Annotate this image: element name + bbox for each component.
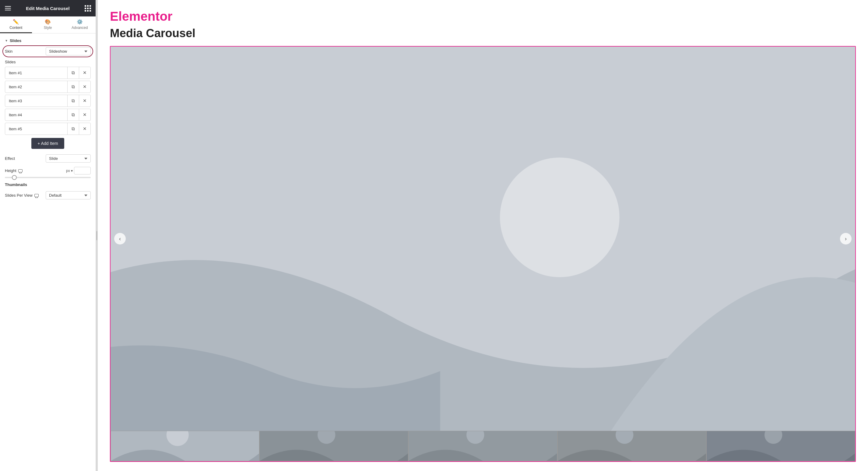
spv-monitor-icon <box>34 194 39 197</box>
slide-item-5-delete[interactable]: ✕ <box>79 123 90 134</box>
slide-item-5[interactable]: Item #5 ⧉ ✕ <box>5 123 91 135</box>
slide-item-5-duplicate[interactable]: ⧉ <box>67 123 79 134</box>
grid-icon[interactable] <box>85 5 91 11</box>
monitor-icon <box>18 169 23 172</box>
height-slider-thumb[interactable] <box>12 175 17 180</box>
skin-select[interactable]: Slideshow Carousel Coverflow <box>46 47 91 55</box>
panel-header: Edit Media Carousel <box>0 0 96 17</box>
slide-item-3-label[interactable]: Item #3 <box>5 96 67 106</box>
main-canvas: Elementor Media Carousel ‹ › <box>98 0 868 471</box>
resize-handle[interactable] <box>96 0 98 471</box>
brand-title: Elementor <box>110 9 856 24</box>
carousel-thumb-2[interactable] <box>259 431 408 461</box>
slide-item-2-delete[interactable]: ✕ <box>79 81 90 93</box>
tab-advanced[interactable]: ⚙️ Advanced <box>64 17 96 33</box>
slide-item-1-delete[interactable]: ✕ <box>79 67 90 78</box>
panel-tabs: ✏️ Content 🎨 Style ⚙️ Advanced <box>0 17 96 33</box>
carousel-thumbnails <box>111 431 855 461</box>
tab-advanced-label: Advanced <box>71 26 88 30</box>
slide-item-5-label[interactable]: Item #5 <box>5 124 67 134</box>
skin-label: Skin <box>5 49 12 54</box>
slide-item-4[interactable]: Item #4 ⧉ ✕ <box>5 109 91 121</box>
tab-content[interactable]: ✏️ Content <box>0 17 32 33</box>
slides-per-view-row: Slides Per View Default 1 2 3 4 5 <box>5 191 91 199</box>
spv-label-group: Slides Per View <box>5 193 39 197</box>
slides-arrow-icon: ▼ <box>5 39 8 42</box>
slide-item-4-label[interactable]: Item #4 <box>5 109 67 120</box>
slide-item-2-duplicate[interactable]: ⧉ <box>67 81 79 93</box>
tab-content-label: Content <box>9 26 22 30</box>
carousel-thumb-1[interactable] <box>111 431 259 461</box>
carousel-thumb-3[interactable] <box>408 431 557 461</box>
height-unit[interactable]: px ▾ <box>66 169 73 173</box>
advanced-tab-icon: ⚙️ <box>77 20 83 24</box>
thumbnails-section: Thumbnails Slides Per View Default 1 2 3… <box>5 182 91 199</box>
spv-label: Slides Per View <box>5 193 33 197</box>
tab-style[interactable]: 🎨 Style <box>32 17 64 33</box>
slide-item-2[interactable]: Item #2 ⧉ ✕ <box>5 81 91 93</box>
menu-icon[interactable] <box>5 6 11 10</box>
carousel-heading: Media Carousel <box>110 27 856 40</box>
slides-section-header[interactable]: ▼ Slides <box>5 38 91 43</box>
height-slider-track <box>5 177 91 178</box>
add-item-button[interactable]: + Add Item <box>31 138 64 149</box>
slide-item-1-duplicate[interactable]: ⧉ <box>67 67 79 78</box>
slide-item-4-delete[interactable]: ✕ <box>79 109 90 121</box>
skin-row: Skin Slideshow Carousel Coverflow <box>5 47 91 55</box>
svg-point-1 <box>500 158 620 277</box>
height-label-group: Height <box>5 168 23 173</box>
skin-row-wrapper: Skin Slideshow Carousel Coverflow <box>5 47 91 55</box>
carousel-next-button[interactable]: › <box>840 233 851 245</box>
slides-sublabel: Slides <box>5 60 91 64</box>
panel-content: ▼ Slides Skin Slideshow Carousel Coverfl… <box>0 33 96 471</box>
carousel-main-slide: ‹ › <box>111 46 855 431</box>
carousel-thumb-4[interactable] <box>557 431 706 461</box>
carousel-container: ‹ › <box>110 46 856 462</box>
slide-item-1[interactable]: Item #1 ⧉ ✕ <box>5 67 91 79</box>
carousel-thumb-5[interactable] <box>706 431 855 461</box>
content-tab-icon: ✏️ <box>13 20 19 24</box>
effect-row: Effect Slide Fade Cube Coverflow Flip <box>5 154 91 163</box>
left-panel: Edit Media Carousel ✏️ Content 🎨 Style ⚙… <box>0 0 96 471</box>
tab-style-label: Style <box>44 26 52 30</box>
thumbnails-label: Thumbnails <box>5 182 91 187</box>
height-row-top: Height px ▾ <box>5 167 91 175</box>
panel-title: Edit Media Carousel <box>26 6 69 11</box>
slide-item-3-duplicate[interactable]: ⧉ <box>67 95 79 106</box>
slide-item-2-label[interactable]: Item #2 <box>5 82 67 92</box>
spv-select[interactable]: Default 1 2 3 4 5 <box>46 191 91 199</box>
height-row: Height px ▾ <box>5 167 91 178</box>
slides-section-title: Slides <box>10 38 21 43</box>
height-label: Height <box>5 168 17 173</box>
main-slide-svg <box>111 46 855 431</box>
effect-label: Effect <box>5 156 15 161</box>
effect-select[interactable]: Slide Fade Cube Coverflow Flip <box>46 154 91 163</box>
slide-item-3[interactable]: Item #3 ⧉ ✕ <box>5 95 91 107</box>
slide-item-3-delete[interactable]: ✕ <box>79 95 90 106</box>
carousel-prev-button[interactable]: ‹ <box>114 233 126 245</box>
style-tab-icon: 🎨 <box>45 20 51 24</box>
height-input[interactable] <box>74 167 91 175</box>
slide-item-4-duplicate[interactable]: ⧉ <box>67 109 79 121</box>
slide-item-1-label[interactable]: Item #1 <box>5 68 67 78</box>
